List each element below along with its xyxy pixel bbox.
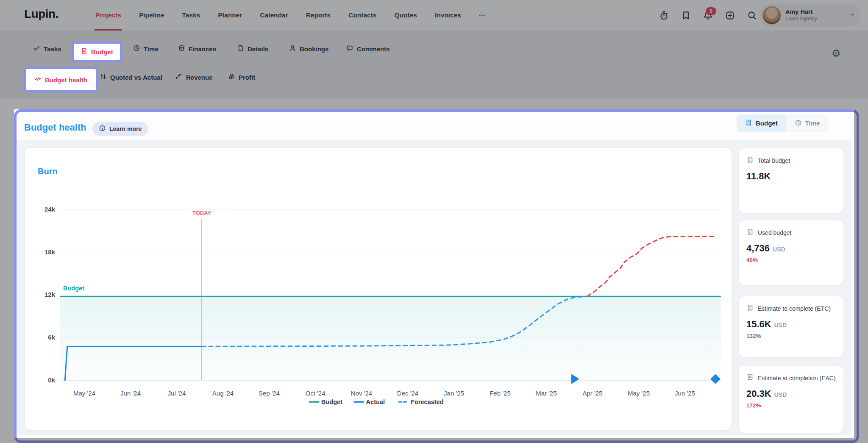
svg-text:Feb '25: Feb '25 — [490, 390, 511, 397]
tab-bookings[interactable]: Bookings — [289, 45, 328, 53]
nav-item-pipeline[interactable]: Pipeline — [139, 0, 164, 31]
svg-text:24k: 24k — [45, 206, 56, 213]
timer-icon[interactable] — [659, 10, 669, 20]
stat-percent: 132% — [746, 333, 836, 339]
stat-percent: 172% — [746, 402, 836, 409]
invoice-icon — [746, 228, 754, 237]
svg-text:12k: 12k — [45, 291, 56, 298]
nav-actions: 5 — [659, 0, 757, 31]
svg-text:Mar '25: Mar '25 — [536, 390, 557, 397]
svg-text:6k: 6k — [48, 334, 55, 341]
dim-overlay-left — [0, 109, 14, 438]
nav-item-invoices[interactable]: Invoices — [435, 0, 461, 31]
svg-text:Oct '24: Oct '24 — [305, 390, 325, 397]
gear-icon[interactable]: ⚙ — [832, 47, 841, 59]
stat-card-used-budget: Used budget 4,736 USD 40% — [739, 220, 843, 285]
tab-finances[interactable]: Finances — [178, 45, 216, 53]
tab-budget-active[interactable]: Budget — [72, 42, 122, 62]
svg-text:Actual: Actual — [366, 398, 385, 405]
user-menu[interactable]: Amy Hart Lupin Agency — [760, 3, 860, 27]
svg-text:Apr '25: Apr '25 — [582, 390, 602, 397]
stat-label: Estimate at completion (EAC) — [758, 375, 836, 382]
compare-arrows-icon — [100, 73, 107, 81]
user-org: Lupin Agency — [785, 16, 817, 22]
bookmark-icon[interactable] — [681, 10, 691, 20]
create-new-icon[interactable] — [725, 10, 735, 20]
comment-bubble-icon — [346, 45, 353, 53]
tab-comments[interactable]: Comments — [346, 45, 390, 53]
svg-text:Budget: Budget — [63, 285, 84, 292]
step-chart-icon — [175, 73, 183, 81]
tab-rows-background — [0, 31, 868, 99]
stat-value: 15.6K — [746, 319, 771, 330]
budget-fill — [60, 296, 721, 380]
budget-receipt-icon — [745, 119, 752, 128]
svg-text:Budget: Budget — [321, 398, 342, 405]
stat-card-total-budget: Total budget 11.8K — [739, 148, 843, 213]
coin-stack-icon — [228, 73, 235, 81]
subtab-quoted-vs-actual[interactable]: Quoted vs Actual — [100, 73, 162, 81]
svg-text:Aug '24: Aug '24 — [212, 390, 234, 397]
page-title: Budget health — [24, 122, 86, 133]
svg-text:18k: 18k — [45, 248, 56, 256]
document-icon — [237, 45, 244, 53]
notifications-bell-icon[interactable]: 5 — [703, 10, 713, 20]
dim-overlay-bottom — [0, 438, 868, 443]
stat-label: Used budget — [758, 229, 791, 236]
nav-item-[interactable]: ··· — [479, 0, 486, 31]
toggle-time[interactable]: Time — [786, 114, 829, 132]
learn-more-button[interactable]: Learn more — [92, 122, 148, 136]
stat-unit: USD — [774, 391, 787, 398]
toggle-budget-active[interactable]: Budget — [737, 114, 786, 132]
svg-text:Dec '24: Dec '24 — [397, 390, 418, 397]
subtab-revenue[interactable]: Revenue — [175, 73, 213, 81]
tab-tasks[interactable]: Tasks — [33, 45, 61, 53]
check-icon — [33, 45, 40, 53]
invoice-icon — [746, 156, 754, 165]
nav-item-contacts[interactable]: Contacts — [348, 0, 376, 31]
dim-overlay-right — [854, 109, 868, 438]
svg-text:Jun '24: Jun '24 — [120, 390, 141, 397]
nav-item-tasks[interactable]: Tasks — [182, 0, 200, 31]
stat-label: Total budget — [758, 157, 790, 164]
burn-chart: 24k18k12k6k0kMay '24Jun '24Jul '24Aug '2… — [25, 148, 732, 430]
burn-chart-card: Burn 24k18k12k6k0kMay '24Jun '24Jul '24A… — [24, 148, 732, 430]
top-nav: Lupin. ProjectsPipelineTasksPlannerCalen… — [0, 0, 868, 31]
stat-unit: USD — [774, 322, 787, 329]
stat-label: Estimate to complete (ETC) — [758, 305, 831, 312]
subtab-budget-health-active[interactable]: Budget health — [24, 67, 98, 92]
series-forecasted-over-budget — [587, 237, 717, 296]
svg-text:TODAY: TODAY — [192, 210, 211, 216]
nav-item-planner[interactable]: Planner — [218, 0, 242, 31]
person-icon — [289, 45, 296, 53]
nav-item-quotes[interactable]: Quotes — [395, 0, 417, 31]
svg-text:0k: 0k — [48, 376, 55, 384]
brand-logo: Lupin. — [24, 7, 58, 21]
stat-value: 20.3K — [746, 388, 771, 399]
svg-text:Jan '25: Jan '25 — [444, 390, 464, 397]
tab-time[interactable]: Time — [133, 45, 159, 53]
notification-badge: 5 — [706, 7, 716, 15]
stat-value: 4,736 — [746, 243, 770, 254]
clock-icon — [133, 45, 140, 53]
coins-icon — [178, 45, 185, 53]
svg-text:Jul '24: Jul '24 — [168, 390, 186, 397]
nav-item-calendar[interactable]: Calendar — [260, 0, 288, 31]
activity-pulse-icon — [34, 75, 42, 84]
nav-item-projects[interactable]: Projects — [95, 0, 121, 31]
nav-item-reports[interactable]: Reports — [306, 0, 331, 31]
budget-receipt-icon — [81, 47, 88, 56]
search-icon[interactable] — [747, 10, 757, 20]
stat-unit: USD — [773, 246, 785, 253]
svg-text:May '24: May '24 — [73, 390, 95, 397]
tab-details[interactable]: Details — [237, 45, 268, 53]
svg-text:Jun '25: Jun '25 — [675, 390, 695, 397]
subtab-profit[interactable]: Profit — [228, 73, 255, 81]
budget-time-toggle: Budget Time — [737, 114, 828, 132]
avatar — [762, 6, 781, 25]
main-menu: ProjectsPipelineTasksPlannerCalendarRepo… — [95, 0, 485, 31]
info-icon — [99, 125, 106, 133]
invoice-icon — [746, 304, 754, 313]
svg-text:Sep '24: Sep '24 — [259, 390, 280, 397]
stat-card-etc: Estimate to complete (ETC) 15.6K USD 132… — [739, 296, 843, 357]
